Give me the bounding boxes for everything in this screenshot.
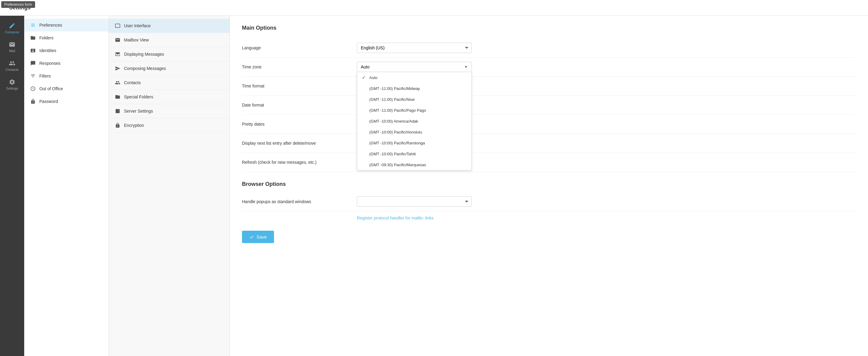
preferences-form-tooltip: Preferences form — [1, 1, 35, 8]
language-select[interactable]: English (US) — [357, 43, 472, 53]
category-contacts-label: Contacts — [124, 80, 141, 85]
register-protocol-link[interactable]: Register protocol handler for mailto: li… — [357, 215, 434, 220]
category-panel: User Interface Mailbox View Displaying M… — [109, 16, 230, 356]
save-button[interactable]: Save — [242, 231, 274, 243]
timezone-option-pacific-pago-pago[interactable]: (GMT -11:00) Pacific/Pago Pago — [357, 105, 471, 116]
timezone-control: Auto ▼ ✓ Auto (GMT -11:00) Pacific/Midwa… — [357, 62, 856, 72]
category-mailbox-view[interactable]: Mailbox View — [109, 33, 229, 47]
save-button-label: Save — [256, 234, 267, 239]
timezone-option-pacific-marquesas[interactable]: (GMT -09:30) Pacific/Marquesas — [357, 159, 471, 170]
timezone-option-pacific-midway[interactable]: (GMT -11:00) Pacific/Midway — [357, 83, 471, 94]
date-format-label: Date format — [242, 102, 357, 108]
nav-folders-label: Folders — [39, 35, 54, 40]
sidebar-item-mail[interactable]: Mail — [0, 37, 24, 56]
refresh-row: Refresh (check for new messages, etc.) — [242, 153, 856, 172]
timezone-chevron-icon: ▼ — [464, 65, 468, 69]
timezone-label: Time zone — [242, 64, 357, 69]
timezone-row: Time zone Auto ▼ ✓ Auto (GMT - — [242, 58, 856, 77]
category-server-settings-label: Server Settings — [124, 109, 153, 114]
category-server-settings[interactable]: Server Settings — [109, 104, 229, 118]
handle-popups-row: Handle popups as standard windows — [242, 192, 856, 211]
nav-item-password[interactable]: Password — [24, 95, 108, 108]
nav-panel: Preferences Folders Identities Responses… — [24, 16, 109, 356]
category-contacts[interactable]: Contacts — [109, 76, 229, 90]
timezone-current-value: Auto — [361, 64, 370, 69]
content-area: Main Options Language English (US) Time … — [230, 16, 868, 356]
timezone-option-pacific-honolulu[interactable]: (GMT -10:00) Pacific/Honolulu — [357, 126, 471, 138]
settings-label: Settings — [6, 87, 18, 90]
header: Settings — [0, 0, 868, 16]
timezone-dropdown-trigger[interactable]: Auto ▼ — [357, 62, 472, 72]
timezone-option-pacific-rarotonga[interactable]: (GMT -10:00) Pacific/Rarotonga — [357, 138, 471, 148]
no-check-icon — [362, 86, 367, 91]
language-control: English (US) — [357, 43, 856, 53]
mail-label: Mail — [9, 49, 15, 53]
nav-out-of-office-label: Out of Office — [39, 86, 63, 91]
category-user-interface-label: User Interface — [124, 23, 151, 28]
check-icon: ✓ — [362, 75, 367, 80]
sidebar-item-settings[interactable]: Settings — [0, 75, 24, 94]
register-link-row: Register protocol handler for mailto: li… — [242, 211, 856, 225]
nav-identities-label: Identities — [39, 48, 56, 53]
category-special-folders-label: Special Folders — [124, 94, 153, 99]
icon-sidebar: Compose Mail Contacts Settings — [0, 16, 24, 356]
category-mailbox-view-label: Mailbox View — [124, 37, 149, 42]
refresh-label: Refresh (check for new messages, etc.) — [242, 160, 357, 165]
handle-popups-label: Handle popups as standard windows — [242, 199, 357, 204]
category-displaying-messages-label: Displaying Messages — [124, 52, 164, 57]
category-special-folders[interactable]: Special Folders — [109, 90, 229, 104]
time-format-row: Time format — [242, 77, 856, 96]
language-label: Language — [242, 46, 357, 50]
category-encryption-label: Encryption — [124, 123, 144, 128]
nav-preferences-label: Preferences — [39, 23, 62, 28]
handle-popups-control — [357, 197, 856, 207]
contacts-label: Contacts — [5, 68, 19, 71]
display-next-label: Display next list entry after delete/mov… — [242, 141, 357, 146]
browser-options-title: Browser Options — [242, 181, 856, 187]
nav-responses-label: Responses — [39, 61, 61, 66]
nav-filters-label: Filters — [39, 73, 51, 79]
timezone-option-auto[interactable]: ✓ Auto — [357, 72, 471, 83]
category-composing-messages-label: Composing Messages — [124, 66, 166, 71]
nav-item-responses[interactable]: Responses — [24, 57, 108, 70]
main-layout: Compose Mail Contacts Settings Preferenc… — [0, 16, 868, 356]
nav-item-identities[interactable]: Identities — [24, 44, 108, 57]
date-format-row: Date format — [242, 96, 856, 115]
language-row: Language English (US) — [242, 38, 856, 58]
nav-item-out-of-office[interactable]: Out of Office — [24, 82, 108, 95]
display-next-row: Display next list entry after delete/mov… — [242, 134, 856, 153]
timezone-option-pacific-niue[interactable]: (GMT -11:00) Pacific/Niue — [357, 94, 471, 105]
timezone-dropdown-list: ✓ Auto (GMT -11:00) Pacific/Midway (GMT … — [357, 72, 472, 171]
nav-item-filters[interactable]: Filters — [24, 70, 108, 82]
handle-popups-select[interactable] — [357, 197, 472, 207]
category-displaying-messages[interactable]: Displaying Messages — [109, 47, 229, 61]
timezone-option-pacific-tahiti[interactable]: (GMT -10:00) Pacific/Tahiti — [357, 148, 471, 159]
category-composing-messages[interactable]: Composing Messages — [109, 61, 229, 76]
category-encryption[interactable]: Encryption — [109, 118, 229, 132]
compose-label: Compose — [5, 30, 19, 34]
nav-item-folders[interactable]: Folders — [24, 31, 108, 44]
sidebar-item-compose[interactable]: Compose — [0, 19, 24, 37]
pretty-dates-label: Pretty dates — [242, 122, 357, 126]
time-format-label: Time format — [242, 84, 357, 88]
save-check-icon — [249, 235, 254, 239]
pretty-dates-row: Pretty dates — [242, 115, 856, 134]
category-user-interface[interactable]: User Interface — [109, 19, 229, 33]
timezone-dropdown-wrapper: Auto ▼ ✓ Auto (GMT -11:00) Pacific/Midwa… — [357, 62, 472, 72]
sidebar-item-contacts[interactable]: Contacts — [0, 56, 24, 75]
nav-password-label: Password — [39, 99, 58, 104]
timezone-option-america-adak[interactable]: (GMT -10:00) America/Adak — [357, 116, 471, 126]
main-options-title: Main Options — [242, 25, 856, 31]
nav-item-preferences[interactable]: Preferences — [24, 19, 108, 31]
